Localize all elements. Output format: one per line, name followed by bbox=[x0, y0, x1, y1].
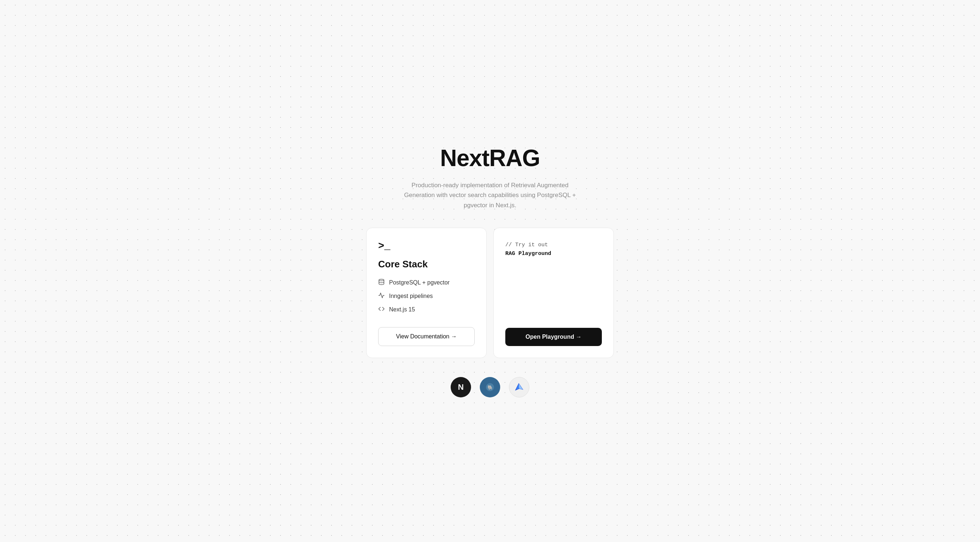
page-subtitle: Production-ready implementation of Retri… bbox=[402, 180, 578, 210]
playground-comment: // Try it out bbox=[505, 241, 602, 250]
playground-card: // Try it out RAG Playground Open Playgr… bbox=[493, 228, 614, 358]
open-playground-button[interactable]: Open Playground → bbox=[505, 328, 602, 346]
svg-point-0 bbox=[379, 279, 384, 281]
core-stack-card: >_ Core Stack PostgreSQL + pgvector bbox=[366, 228, 487, 358]
cards-container: >_ Core Stack PostgreSQL + pgvector bbox=[366, 228, 614, 358]
playground-title: RAG Playground bbox=[505, 251, 602, 257]
page-wrapper: NextRAG Production-ready implementation … bbox=[359, 123, 621, 419]
postgresql-elephant-svg: 🐘 bbox=[484, 381, 496, 393]
page-title: NextRAG bbox=[440, 145, 540, 172]
feature-label-postgresql: PostgreSQL + pgvector bbox=[389, 280, 450, 286]
feature-label-inngest: Inngest pipelines bbox=[389, 293, 433, 299]
feature-item-nextjs: Next.js 15 bbox=[378, 305, 475, 314]
feature-item-postgresql: PostgreSQL + pgvector bbox=[378, 279, 475, 287]
core-stack-heading: Core Stack bbox=[378, 259, 475, 270]
prisma-logo-svg bbox=[514, 382, 524, 392]
prisma-icon bbox=[509, 377, 529, 397]
nextjs-icon: N bbox=[451, 377, 471, 397]
view-documentation-button[interactable]: View Documentation → bbox=[378, 327, 475, 346]
database-icon bbox=[378, 279, 385, 287]
code-icon bbox=[378, 305, 385, 314]
nextjs-letter: N bbox=[458, 383, 464, 392]
feature-item-inngest: Inngest pipelines bbox=[378, 292, 475, 300]
feature-list: PostgreSQL + pgvector Inngest pipelines bbox=[378, 279, 475, 314]
playground-content: // Try it out RAG Playground Open Playgr… bbox=[505, 241, 602, 346]
svg-text:🐘: 🐘 bbox=[487, 385, 493, 390]
postgresql-icon: 🐘 bbox=[480, 377, 500, 397]
pipeline-icon bbox=[378, 292, 385, 300]
playground-code-header: // Try it out RAG Playground bbox=[505, 241, 602, 257]
feature-label-nextjs: Next.js 15 bbox=[389, 306, 415, 313]
terminal-icon: >_ bbox=[378, 241, 475, 251]
tech-icons-row: N 🐘 bbox=[451, 377, 529, 397]
